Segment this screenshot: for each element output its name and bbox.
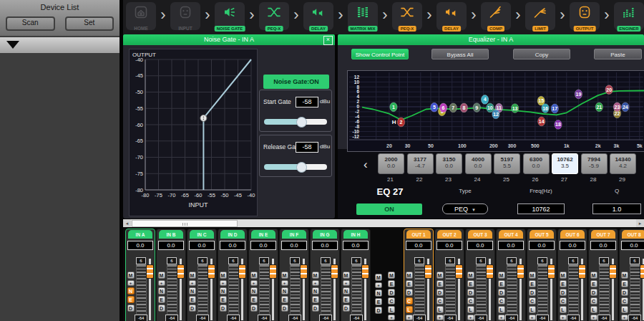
channel-gain-value[interactable]: 0.0: [281, 241, 307, 250]
channel-gain-value[interactable]: 0.0: [250, 241, 276, 250]
gate-threshold-handle[interactable]: [200, 115, 207, 121]
channel-btn-m[interactable]: M: [590, 272, 597, 279]
channel-btn-e[interactable]: E: [343, 296, 350, 303]
type-dropdown[interactable]: PEQ▼: [442, 203, 488, 214]
toolbar-item-home[interactable]: HOME: [126, 2, 156, 30]
channel-btn-e[interactable]: E: [498, 280, 505, 287]
slider-handle[interactable]: [547, 264, 555, 279]
band-cell-27[interactable]: 107623.5: [552, 153, 578, 174]
channel-btn-c[interactable]: C: [467, 297, 474, 305]
channel-btn-d[interactable]: D: [189, 305, 196, 312]
band-cell-28[interactable]: 7994-5.9: [581, 153, 608, 174]
slider-handle[interactable]: [455, 264, 463, 279]
channel-btn-m[interactable]: M: [343, 272, 350, 279]
channel-btn-e[interactable]: E: [220, 296, 227, 303]
channel-gain-value[interactable]: 0.0: [158, 241, 184, 250]
toolbar-item-delay[interactable]: DELAY: [436, 2, 467, 30]
channel-gain-value[interactable]: 0.0: [189, 241, 215, 250]
channel-gain-value[interactable]: 0.0: [127, 241, 153, 250]
band-cell-26[interactable]: 63000.0: [523, 153, 550, 174]
channel-volume-slider[interactable]: [547, 259, 556, 321]
channel-btn-d[interactable]: D: [220, 305, 227, 312]
channel-btn-l[interactable]: L: [560, 306, 567, 313]
master-btn-plus[interactable]: +: [388, 315, 395, 320]
channel-gain-value[interactable]: 0.0: [560, 241, 585, 250]
band-cell-23[interactable]: 31500.0: [436, 153, 462, 174]
channel-btn-d[interactable]: D: [529, 289, 536, 296]
channel-btn-plus[interactable]: +: [189, 280, 196, 286]
slider-handle[interactable]: [238, 264, 246, 279]
channel-btn-plus[interactable]: +: [406, 315, 413, 320]
channel-btn-plus[interactable]: +: [436, 315, 444, 320]
channel-tab-in-e[interactable]: IN E: [251, 230, 275, 239]
channel-btn-m[interactable]: M: [250, 272, 258, 279]
slider-handle[interactable]: [269, 264, 277, 279]
channel-btn-m[interactable]: M: [158, 272, 165, 279]
channel-btn-l[interactable]: L: [406, 306, 413, 313]
channel-btn-c[interactable]: C: [621, 297, 628, 305]
slider-handle[interactable]: [640, 264, 644, 279]
channel-volume-slider[interactable]: [300, 259, 308, 321]
channel-btn-m[interactable]: M: [529, 272, 536, 279]
channel-btn-m[interactable]: M: [621, 272, 628, 279]
channel-btn-plus[interactable]: +: [127, 280, 135, 286]
channel-gain-value[interactable]: 0.0: [343, 241, 369, 250]
channel-tab-out-2[interactable]: OUT 2: [437, 230, 462, 239]
channel-btn-e[interactable]: E: [590, 280, 597, 287]
toolbar-item-enginer[interactable]: ENGINER: [614, 2, 644, 30]
channel-gain-value[interactable]: 0.0: [621, 241, 644, 250]
band-prev-icon[interactable]: ‹: [364, 158, 368, 172]
channel-volume-slider[interactable]: [455, 259, 464, 321]
toolbar-item-limit[interactable]: LIMIT: [525, 2, 555, 30]
master-btn-m[interactable]: M: [388, 272, 395, 279]
channel-btn-n[interactable]: N: [312, 287, 319, 294]
channel-tab-in-b[interactable]: IN B: [159, 230, 183, 239]
channel-tab-in-c[interactable]: IN C: [190, 230, 214, 239]
master-btn-m[interactable]: M: [375, 274, 382, 281]
start-gate-slider[interactable]: [264, 119, 327, 125]
master-btn-d[interactable]: D: [388, 289, 395, 296]
channel-volume-slider[interactable]: [361, 259, 370, 321]
channel-gain-value[interactable]: 0.0: [312, 241, 338, 250]
channel-btn-d[interactable]: D: [560, 289, 567, 296]
channel-tab-out-3[interactable]: OUT 3: [468, 230, 492, 239]
channel-volume-slider[interactable]: [424, 259, 433, 321]
channel-volume-slider[interactable]: [331, 259, 339, 321]
toolbar-item-matrix-mix[interactable]: MATRIX MIX: [348, 2, 378, 30]
channel-volume-slider[interactable]: [517, 259, 525, 321]
channel-tab-in-f[interactable]: IN F: [282, 230, 306, 239]
channel-btn-plus[interactable]: +: [250, 280, 258, 286]
channel-btn-d[interactable]: D: [621, 289, 628, 296]
channel-btn-m[interactable]: M: [312, 272, 319, 279]
scrollbar-thumb[interactable]: [132, 220, 238, 227]
scroll-left-icon[interactable]: ◂: [123, 219, 131, 227]
channel-btn-n[interactable]: N: [127, 287, 135, 294]
channel-btn-e[interactable]: E: [436, 280, 444, 287]
channel-btn-n[interactable]: N: [189, 287, 196, 294]
channel-gain-value[interactable]: 0.0: [467, 241, 493, 250]
channel-btn-e[interactable]: E: [189, 296, 196, 303]
channel-gain-value[interactable]: 0.0: [406, 241, 431, 250]
channel-gain-value[interactable]: 0.0: [436, 241, 462, 250]
channel-volume-slider[interactable]: [640, 259, 644, 321]
channel-btn-e[interactable]: E: [467, 280, 474, 287]
toolbar-item-output[interactable]: OUTPUT: [570, 2, 600, 30]
slider-handle[interactable]: [331, 264, 338, 279]
release-gate-slider-thumb[interactable]: [296, 162, 307, 173]
channel-btn-d[interactable]: D: [436, 289, 444, 296]
channel-btn-m[interactable]: M: [560, 272, 567, 279]
master-btn-e[interactable]: E: [375, 298, 382, 305]
toolbar-item-input[interactable]: INPUT: [170, 2, 200, 30]
channel-volume-slider[interactable]: [269, 259, 278, 321]
channel-btn-plus[interactable]: +: [220, 280, 227, 286]
channel-gain-value[interactable]: 0.0: [498, 241, 524, 250]
channel-volume-slider[interactable]: [578, 259, 587, 321]
channel-btn-plus[interactable]: +: [343, 280, 350, 286]
channel-tab-in-h[interactable]: IN H: [343, 230, 368, 239]
channel-btn-d[interactable]: D: [343, 305, 350, 312]
master-btn-d[interactable]: D: [375, 307, 382, 314]
channel-btn-plus[interactable]: +: [467, 315, 474, 320]
channel-btn-m[interactable]: M: [189, 272, 196, 279]
channel-tab-out-7[interactable]: OUT 7: [591, 230, 615, 239]
slider-handle[interactable]: [208, 264, 215, 279]
